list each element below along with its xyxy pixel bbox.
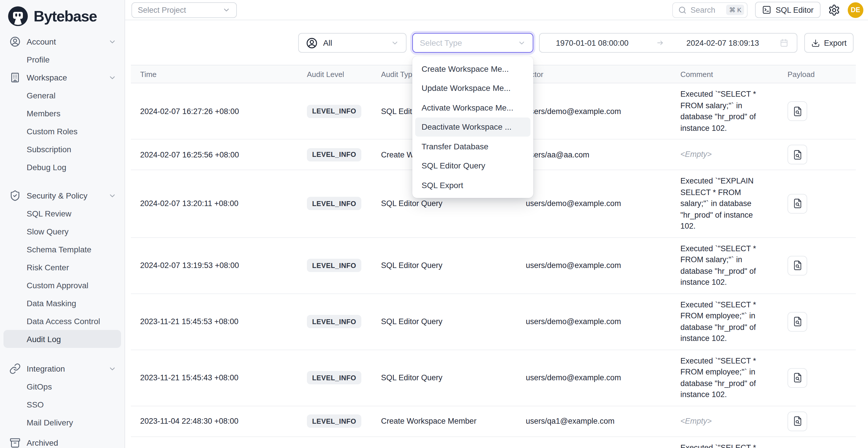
building-icon bbox=[9, 71, 21, 83]
sidebar-item-mail-delivery[interactable]: Mail Delivery bbox=[0, 413, 124, 431]
payload-view-button[interactable] bbox=[787, 256, 807, 275]
audit-level-badge: LEVEL_INFO bbox=[307, 371, 361, 384]
cell-comment: Executed `"SELECT * FROM employee;"` in … bbox=[671, 294, 778, 349]
cell-audit-level: LEVEL_INFO bbox=[298, 254, 372, 277]
cell-audit-type: SQL Editor Query bbox=[372, 368, 517, 387]
type-filter-dropdown-menu: Create Workspace Me...Update Workspace M… bbox=[412, 56, 533, 198]
file-search-icon bbox=[792, 149, 803, 160]
cell-actor: users/qa1@example.com bbox=[517, 412, 671, 430]
cell-comment: <Empty> bbox=[671, 410, 778, 432]
column-header-actor: Actor bbox=[517, 70, 671, 78]
user-circle-icon bbox=[306, 37, 318, 49]
audit-level-badge: LEVEL_INFO bbox=[307, 104, 361, 118]
sidebar-group-account: AccountProfile bbox=[0, 32, 124, 68]
bytebase-logo-icon bbox=[7, 6, 28, 27]
settings-gear-icon[interactable] bbox=[828, 4, 840, 16]
avatar[interactable]: DE bbox=[848, 2, 863, 18]
sidebar-group-integration: IntegrationGitOpsSSOMail Delivery bbox=[0, 359, 124, 431]
sql-editor-button[interactable]: SQL Editor bbox=[755, 2, 820, 18]
cell-payload bbox=[778, 250, 857, 281]
payload-view-button[interactable] bbox=[787, 411, 807, 431]
payload-view-button[interactable] bbox=[787, 101, 807, 121]
cell-time: 2024-02-07 16:27:26 +08:00 bbox=[131, 102, 298, 121]
table-row: 2023-11-04 21:26:34 +08:00LEVEL_INFOSQL … bbox=[131, 437, 856, 448]
sidebar-section-account[interactable]: Account bbox=[0, 32, 124, 50]
export-button[interactable]: Export bbox=[804, 33, 854, 53]
cell-payload bbox=[778, 96, 857, 126]
sidebar-item-data-access-control[interactable]: Data Access Control bbox=[0, 312, 124, 330]
type-menu-item-sql-export[interactable]: SQL Export bbox=[415, 175, 530, 195]
sidebar-section-integration[interactable]: Integration bbox=[0, 359, 124, 377]
chevron-down-icon bbox=[222, 6, 230, 14]
sidebar-item-general[interactable]: General bbox=[0, 86, 124, 104]
cell-time: 2023-11-21 15:45:53 +08:00 bbox=[131, 312, 298, 331]
type-menu-item-sql-editor-query[interactable]: SQL Editor Query bbox=[415, 156, 530, 175]
sidebar-section-archived[interactable]: Archived bbox=[0, 434, 124, 448]
sidebar-item-data-masking[interactable]: Data Masking bbox=[0, 294, 124, 312]
sidebar-group-archived: Archived bbox=[0, 434, 124, 448]
sidebar-item-gitops[interactable]: GitOps bbox=[0, 377, 124, 395]
sidebar-item-sql-review[interactable]: SQL Review bbox=[0, 204, 124, 222]
sidebar-item-profile[interactable]: Profile bbox=[0, 50, 124, 68]
type-menu-item-update-workspace-me[interactable]: Update Workspace Me... bbox=[415, 78, 530, 98]
type-menu-item-transfer-database[interactable]: Transfer Database bbox=[415, 137, 530, 156]
sidebar-item-debug-log[interactable]: Debug Log bbox=[0, 158, 124, 176]
payload-view-button[interactable] bbox=[787, 312, 807, 331]
cell-actor: users/aa@aa.com bbox=[517, 145, 671, 164]
payload-view-button[interactable] bbox=[787, 368, 807, 387]
sidebar-item-custom-roles[interactable]: Custom Roles bbox=[0, 122, 124, 140]
actor-filter-value: All bbox=[323, 38, 332, 47]
sidebar-item-audit-log[interactable]: Audit Log bbox=[3, 330, 121, 348]
cell-audit-level: LEVEL_INFO bbox=[298, 409, 372, 433]
topbar: Select Project Search ⌘ K SQL Editor DE bbox=[125, 0, 868, 20]
cell-actor: users/demo@example.com bbox=[517, 102, 671, 121]
table-row: 2023-11-21 15:45:43 +08:00LEVEL_INFOSQL … bbox=[131, 350, 856, 406]
payload-view-button[interactable] bbox=[787, 145, 807, 164]
search-input[interactable]: Search ⌘ K bbox=[673, 2, 748, 18]
cell-comment: Executed `"SELECT * FROM employee;"` in … bbox=[671, 350, 778, 406]
table-row: 2023-11-04 22:48:30 +08:00LEVEL_INFOCrea… bbox=[131, 406, 856, 437]
column-header-time: Time bbox=[131, 70, 298, 78]
sidebar-item-sso[interactable]: SSO bbox=[0, 395, 124, 413]
sidebar-item-schema-template[interactable]: Schema Template bbox=[0, 240, 124, 258]
cell-time: 2023-11-21 15:45:43 +08:00 bbox=[131, 368, 298, 387]
cell-comment: Executed `"SELECT * FROM salary;"` in da… bbox=[671, 83, 778, 139]
date-range-picker[interactable]: 1970-01-01 08:00:00 2024-02-07 18:09:13 bbox=[539, 33, 797, 53]
app-window: Bytebase AccountProfileWorkspaceGeneralM… bbox=[0, 0, 868, 448]
sidebar-item-risk-center[interactable]: Risk Center bbox=[0, 258, 124, 276]
type-menu-item-activate-workspace-me[interactable]: Activate Workspace Me... bbox=[415, 98, 530, 117]
audit-level-badge: LEVEL_INFO bbox=[307, 259, 361, 272]
sidebar-section-label: Workspace bbox=[27, 73, 67, 82]
sidebar-item-subscription[interactable]: Subscription bbox=[0, 140, 124, 158]
file-search-icon bbox=[792, 260, 803, 271]
download-icon bbox=[811, 38, 820, 47]
cell-comment: <Empty> bbox=[671, 144, 778, 165]
actor-filter-select[interactable]: All bbox=[298, 33, 406, 53]
chevron-down-icon bbox=[391, 39, 399, 47]
cell-payload bbox=[778, 139, 857, 169]
cell-audit-level: LEVEL_INFO bbox=[298, 143, 372, 166]
sidebar-section-workspace[interactable]: Workspace bbox=[0, 68, 124, 86]
chevron-down-icon bbox=[518, 39, 526, 47]
brand[interactable]: Bytebase bbox=[0, 0, 124, 32]
cell-actor: users/demo@example.com bbox=[517, 368, 671, 387]
cell-audit-type: SQL Editor Query bbox=[372, 256, 517, 275]
type-menu-item-deactivate-workspace[interactable]: Deactivate Workspace ... bbox=[415, 117, 530, 137]
archive-icon bbox=[9, 437, 21, 448]
type-filter-select[interactable]: Select Type bbox=[412, 33, 533, 53]
cell-time: 2023-11-04 22:48:30 +08:00 bbox=[131, 412, 298, 430]
sidebar-item-custom-approval[interactable]: Custom Approval bbox=[0, 276, 124, 294]
type-menu-item-create-workspace-me[interactable]: Create Workspace Me... bbox=[415, 59, 530, 78]
cell-time: 2024-02-07 13:19:53 +08:00 bbox=[131, 256, 298, 275]
filter-bar: All Select Type 1970-01-01 08:00:00 2024… bbox=[125, 20, 868, 65]
payload-view-button[interactable] bbox=[787, 194, 807, 214]
chevron-down-icon bbox=[108, 37, 116, 45]
cell-actor: users/demo@example.com bbox=[517, 256, 671, 275]
cell-comment: Executed `"SELECT * FROM salary;"` in da… bbox=[671, 237, 778, 293]
sidebar-section-security-policy[interactable]: Security & Policy bbox=[0, 186, 124, 204]
sidebar-item-slow-query[interactable]: Slow Query bbox=[0, 222, 124, 240]
column-header-payload: Payload bbox=[778, 70, 857, 78]
project-select[interactable]: Select Project bbox=[131, 2, 237, 18]
cell-audit-level: LEVEL_INFO bbox=[298, 310, 372, 333]
sidebar-item-members[interactable]: Members bbox=[0, 104, 124, 122]
